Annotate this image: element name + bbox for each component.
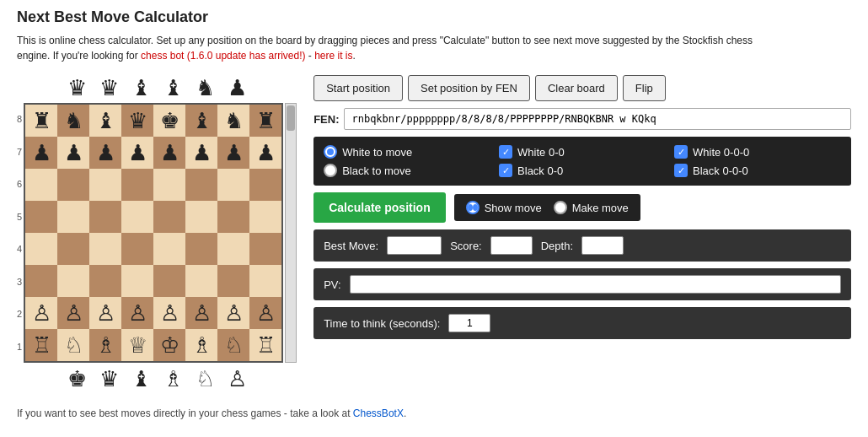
best-move-input[interactable]	[387, 236, 442, 255]
clear-board-button[interactable]: Clear board	[535, 75, 618, 101]
board-cell[interactable]: ♛	[121, 105, 153, 137]
board-cell[interactable]	[217, 233, 249, 265]
black-ooo-checkbox[interactable]: ✓	[674, 164, 688, 177]
pv-row: PV:	[313, 268, 851, 300]
calculate-button[interactable]: Calculate position	[313, 192, 446, 223]
board-cell[interactable]	[153, 265, 185, 297]
board-cell[interactable]	[217, 201, 249, 233]
board-cell[interactable]	[57, 201, 89, 233]
board-cell[interactable]	[57, 169, 89, 201]
board-cell[interactable]: ♟	[217, 137, 249, 169]
board-cell[interactable]: ♟	[249, 137, 281, 169]
board-cell[interactable]	[185, 233, 217, 265]
white-oo-checkbox[interactable]: ✓	[499, 145, 512, 159]
board-cell[interactable]: ♟	[153, 137, 185, 169]
start-position-button[interactable]: Start position	[313, 75, 403, 101]
board-cell[interactable]	[57, 233, 89, 265]
board-cell[interactable]: ♙	[25, 297, 57, 329]
extra-pieces-bottom: ♚ ♛ ♝ ♗ ♘ ♙	[61, 366, 253, 392]
board-cell[interactable]: ♙	[121, 297, 153, 329]
board-cell[interactable]	[185, 201, 217, 233]
black-oo-option[interactable]: ✓ Black 0-0	[499, 164, 666, 177]
board-cell[interactable]: ♞	[57, 105, 89, 137]
black-oo-checkbox[interactable]: ✓	[499, 164, 512, 177]
board-cell[interactable]	[25, 201, 57, 233]
chess-board[interactable]: ♜♞♝♛♚♝♞♜♟♟♟♟♟♟♟♟♙♙♙♙♙♙♙♙♖♘♗♕♔♗♘♖	[24, 103, 283, 363]
board-area: ♛ ♛ ♝ ♝ ♞ ♟ 8 7 6 5 4 3 2 1 ♜♞♝♛♚♝♞♜♟♟♟♟…	[17, 75, 297, 392]
board-cell[interactable]: ♙	[153, 297, 185, 329]
board-cell[interactable]	[121, 265, 153, 297]
board-cell[interactable]	[249, 233, 281, 265]
board-cell[interactable]	[153, 201, 185, 233]
score-input[interactable]	[490, 236, 533, 255]
board-cell[interactable]	[89, 233, 121, 265]
white-ooo-checkbox[interactable]: ✓	[674, 145, 688, 159]
board-cell[interactable]: ♟	[57, 137, 89, 169]
chess-bot-link[interactable]: chess bot (1.6.0 update has arrived!)	[141, 50, 305, 62]
board-cell[interactable]	[89, 169, 121, 201]
board-cell[interactable]: ♜	[249, 105, 281, 137]
show-make-panel: Show move Make move	[454, 194, 640, 221]
board-cell[interactable]	[57, 265, 89, 297]
white-oo-option[interactable]: ✓ White 0-0	[499, 145, 666, 159]
make-move-option[interactable]: Make move	[554, 201, 629, 214]
board-cell[interactable]: ♟	[89, 137, 121, 169]
board-cell[interactable]: ♙	[217, 297, 249, 329]
white-to-move-radio[interactable]	[324, 145, 337, 159]
board-cell[interactable]: ♕	[121, 329, 153, 361]
board-cell[interactable]	[25, 265, 57, 297]
board-cell[interactable]	[89, 201, 121, 233]
board-cell[interactable]: ♟	[121, 137, 153, 169]
show-move-radio[interactable]	[466, 201, 480, 214]
here-it-is-link[interactable]: here it is	[314, 50, 352, 62]
board-cell[interactable]: ♙	[57, 297, 89, 329]
board-cell[interactable]: ♗	[185, 329, 217, 361]
board-cell[interactable]	[89, 265, 121, 297]
white-ooo-option[interactable]: ✓ White 0-0-0	[674, 145, 841, 159]
flip-button[interactable]: Flip	[623, 75, 666, 101]
board-cell[interactable]	[121, 169, 153, 201]
white-to-move-option[interactable]: White to move	[324, 145, 490, 159]
board-cell[interactable]	[25, 233, 57, 265]
board-cell[interactable]: ♖	[249, 329, 281, 361]
board-cell[interactable]: ♙	[185, 297, 217, 329]
chessbotx-link[interactable]: ChessBotX	[353, 407, 404, 419]
board-cell[interactable]: ♗	[89, 329, 121, 361]
black-ooo-option[interactable]: ✓ Black 0-0-0	[674, 164, 841, 177]
make-move-radio[interactable]	[554, 201, 567, 214]
board-cell[interactable]: ♘	[217, 329, 249, 361]
board-cell[interactable]: ♚	[153, 105, 185, 137]
board-cell[interactable]	[249, 201, 281, 233]
board-cell[interactable]: ♞	[217, 105, 249, 137]
board-cell[interactable]	[153, 233, 185, 265]
board-cell[interactable]	[217, 169, 249, 201]
board-cell[interactable]: ♖	[25, 329, 57, 361]
board-cell[interactable]	[185, 265, 217, 297]
depth-input[interactable]	[581, 236, 624, 255]
board-cell[interactable]	[25, 169, 57, 201]
board-cell[interactable]: ♙	[249, 297, 281, 329]
board-cell[interactable]: ♟	[185, 137, 217, 169]
board-cell[interactable]: ♝	[185, 105, 217, 137]
set-fen-button[interactable]: Set position by FEN	[408, 75, 530, 101]
board-cell[interactable]: ♟	[25, 137, 57, 169]
board-cell[interactable]	[217, 265, 249, 297]
board-cell[interactable]	[249, 265, 281, 297]
board-cell[interactable]: ♔	[153, 329, 185, 361]
board-cell[interactable]: ♝	[89, 105, 121, 137]
board-cell[interactable]: ♙	[89, 297, 121, 329]
board-cell[interactable]: ♜	[25, 105, 57, 137]
board-cell[interactable]	[121, 233, 153, 265]
board-cell[interactable]	[121, 201, 153, 233]
board-cell[interactable]	[153, 169, 185, 201]
board-cell[interactable]	[249, 169, 281, 201]
board-scrollbar[interactable]	[285, 103, 297, 363]
time-input[interactable]	[448, 314, 490, 332]
pv-input[interactable]	[350, 275, 841, 294]
black-to-move-option[interactable]: Black to move	[324, 164, 490, 177]
fen-input[interactable]	[344, 108, 851, 130]
show-move-option[interactable]: Show move	[466, 201, 542, 214]
board-cell[interactable]	[185, 169, 217, 201]
board-cell[interactable]: ♘	[57, 329, 89, 361]
black-to-move-radio[interactable]	[324, 164, 337, 177]
